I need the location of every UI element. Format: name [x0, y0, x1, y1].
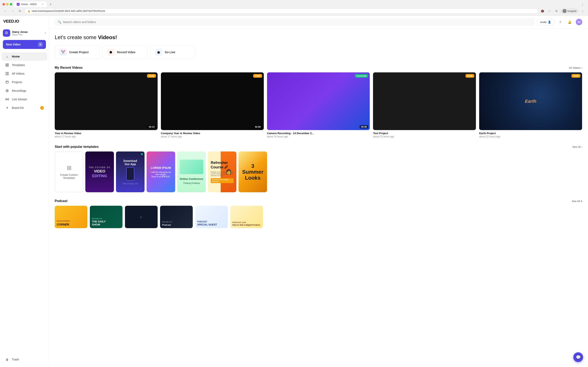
- browser-chrome: V Home - VEED ✕ + ⋮ ← → ↻ 🔒 veed.io/work…: [0, 0, 588, 16]
- plus-icon: +: [38, 42, 43, 47]
- record-video-card[interactable]: ⏺ Record Video: [103, 45, 147, 59]
- extension-button[interactable]: ⧉: [553, 8, 559, 14]
- all-videos-label: All Videos: [569, 66, 581, 69]
- sidebar-item-templates[interactable]: Templates: [2, 61, 47, 69]
- user-avatar-topbar[interactable]: A2: [576, 19, 582, 25]
- topbar: 🔍 Invite 👤 ? 🔔 A2: [49, 16, 588, 29]
- action-cards: ✂️ Create Project ⏺ Record Video ◉ Go Li…: [55, 45, 582, 59]
- sidebar-bottom: 🗑 Trash: [0, 355, 49, 364]
- user-name: Daisy Jonas: [12, 30, 43, 33]
- recordings-icon: [5, 89, 9, 93]
- new-tab-button[interactable]: +: [48, 2, 53, 7]
- refresh-button[interactable]: ↻: [17, 8, 23, 14]
- video-card[interactable]: Draft Test Project about 22 hours ago: [373, 72, 476, 138]
- template-card[interactable]: RefresherCourse 🖊 Sharpen your pencils a…: [208, 151, 236, 192]
- minimize-dot[interactable]: [6, 3, 9, 6]
- logo[interactable]: VEED.IO: [0, 19, 49, 28]
- back-button[interactable]: ←: [2, 8, 8, 14]
- video-badge-exported: Exported: [355, 74, 368, 78]
- sidebar-item-label: Trash: [12, 358, 44, 361]
- podcast-card[interactable]: Episode #14 Podcast: [160, 206, 193, 228]
- bookmark-button[interactable]: ☆: [546, 8, 552, 14]
- sidebar-item-all-videos[interactable]: All Videos: [2, 69, 47, 78]
- template-text: 3SummerLooks: [242, 163, 263, 181]
- sidebar-item-recordings[interactable]: Recordings: [2, 87, 47, 95]
- video-badge-draft: Draft: [147, 74, 156, 78]
- close-dot[interactable]: [2, 3, 5, 6]
- template-text: THE FUTURE OF VIDEOEDITING: [86, 163, 113, 181]
- new-video-button[interactable]: New Video +: [3, 40, 46, 49]
- template-card[interactable]: 3SummerLooks: [238, 151, 267, 192]
- chat-bubble-button[interactable]: 💬: [573, 352, 583, 362]
- notifications-button[interactable]: 🔔: [566, 19, 573, 25]
- templates-see-all[interactable]: See All ›: [572, 145, 582, 149]
- video-badge-draft: Draft: [571, 74, 580, 78]
- help-button[interactable]: ?: [557, 19, 563, 25]
- video-thumbnail: Draft: [373, 72, 476, 130]
- sidebar-item-live-stream[interactable]: Live Stream: [2, 95, 47, 103]
- sidebar-item-brand-kit[interactable]: ✦ Brand Kit !: [2, 104, 47, 112]
- video-time: about 22 hours ago: [373, 135, 476, 138]
- podcast-card[interactable]: PODCAST SPECIAL GUEST: [195, 206, 228, 228]
- podcast-card[interactable]: ▶: [125, 206, 158, 228]
- svg-point-7: [7, 90, 8, 91]
- sidebar-item-projects[interactable]: Projects: [2, 78, 47, 86]
- go-live-card[interactable]: ◉ Go Live: [150, 45, 195, 59]
- podcast-see-all[interactable]: See All ▾: [572, 200, 582, 203]
- video-title: Year in Review Video: [55, 132, 158, 135]
- browser-menu-dots[interactable]: ⋮: [580, 8, 586, 14]
- template-text: RefresherCourse 🖊: [211, 161, 233, 169]
- create-project-card[interactable]: ✂️ Create Project: [55, 45, 100, 59]
- create-custom-template-card[interactable]: ⊞ Create Custom Templates: [55, 151, 83, 192]
- go-live-label: Go Live: [165, 50, 175, 54]
- live-stream-icon: [5, 97, 9, 101]
- invite-icon: 👤: [548, 21, 551, 24]
- address-bar[interactable]: 🔒 veed.io/workspaces/22ce6d2f-38c5-4df1-…: [25, 8, 538, 14]
- user-menu[interactable]: D Daisy Jonas Basic Plan ▾: [0, 28, 49, 40]
- all-videos-link[interactable]: All Videos ›: [569, 66, 582, 69]
- forward-button[interactable]: →: [10, 8, 16, 14]
- invite-button[interactable]: Invite 👤: [537, 19, 554, 25]
- video-thumbnail: Earth Draft: [479, 72, 582, 130]
- template-content: 3SummerLooks: [242, 151, 263, 192]
- video-card[interactable]: YEAR INREVIEW202 Draft 02:13 Year in Rev…: [55, 72, 158, 138]
- maximize-dot[interactable]: [10, 3, 12, 6]
- template-text: LOREM IPSUM I will be releasing my new s…: [147, 164, 175, 180]
- podcast-card[interactable]: PODCAST LIVE How to Sell a Digital Produ…: [230, 206, 263, 228]
- podcast-title-text: SPECIAL GUEST: [197, 223, 226, 226]
- template-card[interactable]: THE FUTURE OF VIDEOEDITING: [85, 151, 114, 192]
- chevron-right-icon: ›: [581, 145, 582, 149]
- browser-menu-button[interactable]: ⋮: [581, 3, 584, 6]
- search-input[interactable]: [63, 20, 532, 24]
- scissors-icon: ✂️: [60, 49, 67, 56]
- browser-tab[interactable]: V Home - VEED ✕: [14, 2, 47, 7]
- video-card[interactable]: Draft 02:08 Company Year in Review Video…: [161, 72, 264, 138]
- camera-off-button[interactable]: 📵: [540, 8, 545, 14]
- tab-close-button[interactable]: ✕: [42, 3, 44, 6]
- chevron-right-icon: ›: [581, 66, 582, 69]
- svg-rect-1: [7, 64, 9, 65]
- template-card[interactable]: LOREM IPSUM I will be releasing my new s…: [147, 151, 175, 192]
- podcast-card[interactable]: PODCASTER'S CORNER: [55, 206, 87, 228]
- video-badge-draft: Draft: [253, 74, 262, 78]
- record-icon: ⏺: [107, 49, 114, 56]
- template-card[interactable]: DownloadOur App www.ourapp.com: [116, 151, 145, 192]
- sidebar-item-trash[interactable]: 🗑 Trash: [2, 355, 47, 364]
- video-card[interactable]: Earth Draft Earth Project about 22 hours…: [479, 72, 582, 138]
- podcast-title-text: THE DAILYSHOW: [92, 220, 121, 226]
- live-icon: ◉: [155, 49, 162, 56]
- all-videos-icon: [5, 71, 9, 76]
- template-card[interactable]: Online Conference Thinking Positively: [177, 151, 206, 192]
- conference-graphic: [180, 160, 203, 174]
- templates-header: Start with popular templates See All ›: [55, 145, 582, 149]
- template-subtext: Thinking Positively: [183, 182, 200, 184]
- video-title: Test Project: [373, 132, 476, 135]
- podcast-card[interactable]: Episode #14 THE DAILYSHOW: [90, 206, 122, 228]
- search-bar[interactable]: 🔍: [55, 18, 535, 25]
- see-all-label: See All: [572, 145, 580, 149]
- trash-icon: 🗑: [5, 357, 9, 362]
- sidebar-item-home[interactable]: ⌂ Home: [2, 52, 47, 60]
- video-title: Earth Project: [479, 132, 582, 135]
- video-card[interactable]: Exported 00:08 Camera Recording - 14 Dec…: [267, 72, 370, 138]
- podcast-title-text: CORNER: [57, 223, 85, 226]
